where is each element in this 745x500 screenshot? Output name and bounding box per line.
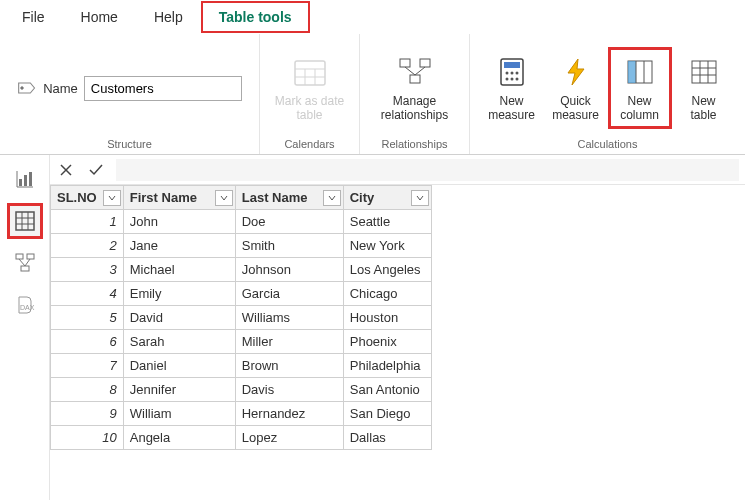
svg-rect-39 — [16, 254, 23, 259]
table-cell[interactable]: Johnson — [235, 258, 343, 282]
mark-as-date-table-button[interactable]: Mark as date table — [268, 50, 352, 127]
column-header[interactable]: City — [343, 186, 431, 210]
quick-measure-button[interactable]: Quick measure — [544, 50, 608, 127]
data-view-button[interactable] — [7, 203, 43, 239]
table-row[interactable]: 6SarahMillerPhoenix — [51, 330, 432, 354]
svg-point-17 — [510, 77, 513, 80]
table-cell[interactable]: 5 — [51, 306, 124, 330]
menu-file[interactable]: File — [4, 1, 63, 33]
new-table-label: New table — [690, 94, 716, 123]
table-cell[interactable]: 3 — [51, 258, 124, 282]
svg-rect-1 — [295, 61, 325, 85]
table-cell[interactable]: David — [123, 306, 235, 330]
table-cell[interactable]: 4 — [51, 282, 124, 306]
table-cell[interactable]: 7 — [51, 354, 124, 378]
table-cell[interactable]: 1 — [51, 210, 124, 234]
menu-home[interactable]: Home — [63, 1, 136, 33]
column-header[interactable]: SL.NO — [51, 186, 124, 210]
chevron-down-icon — [328, 195, 336, 201]
table-cell[interactable]: Michael — [123, 258, 235, 282]
relationships-icon — [398, 54, 432, 90]
svg-rect-33 — [29, 172, 32, 186]
table-row[interactable]: 5DavidWilliamsHouston — [51, 306, 432, 330]
data-grid[interactable]: SL.NOFirst NameLast NameCity 1JohnDoeSea… — [50, 185, 745, 450]
table-column-icon — [626, 54, 654, 90]
table-cell[interactable]: New York — [343, 234, 431, 258]
new-table-button[interactable]: New table — [672, 50, 736, 127]
filter-dropdown-button[interactable] — [323, 190, 341, 206]
table-cell[interactable]: 9 — [51, 402, 124, 426]
report-view-button[interactable] — [7, 161, 43, 197]
group-label-structure: Structure — [6, 136, 253, 152]
table-cell[interactable]: Philadelphia — [343, 354, 431, 378]
table-cell[interactable]: Dallas — [343, 426, 431, 450]
filter-dropdown-button[interactable] — [411, 190, 429, 206]
mark-as-date-label: Mark as date table — [275, 94, 344, 123]
table-row[interactable]: 4EmilyGarciaChicago — [51, 282, 432, 306]
formula-bar — [50, 155, 745, 185]
svg-line-9 — [405, 67, 415, 75]
table-cell[interactable]: Smith — [235, 234, 343, 258]
table-name-input[interactable] — [84, 76, 242, 101]
svg-line-42 — [19, 259, 25, 266]
column-header[interactable]: First Name — [123, 186, 235, 210]
table-cell[interactable]: John — [123, 210, 235, 234]
table-row[interactable]: 10AngelaLopezDallas — [51, 426, 432, 450]
new-measure-button[interactable]: New measure — [480, 50, 544, 127]
table-cell[interactable]: Garcia — [235, 282, 343, 306]
table-cell[interactable]: 8 — [51, 378, 124, 402]
table-cell[interactable]: San Diego — [343, 402, 431, 426]
menu-help[interactable]: Help — [136, 1, 201, 33]
table-cell[interactable]: Emily — [123, 282, 235, 306]
dax-view-button[interactable]: DAX — [7, 287, 43, 323]
table-cell[interactable]: Phoenix — [343, 330, 431, 354]
commit-formula-button[interactable] — [86, 160, 106, 180]
table-cell[interactable]: Williams — [235, 306, 343, 330]
new-column-label: New column — [620, 94, 659, 123]
table-row[interactable]: 8JenniferDavisSan Antonio — [51, 378, 432, 402]
table-cell[interactable]: Lopez — [235, 426, 343, 450]
table-cell[interactable]: Sarah — [123, 330, 235, 354]
table-cell[interactable]: Jane — [123, 234, 235, 258]
table-cell[interactable]: Angela — [123, 426, 235, 450]
table-row[interactable]: 9WilliamHernandezSan Diego — [51, 402, 432, 426]
table-cell[interactable]: Doe — [235, 210, 343, 234]
table-cell[interactable]: San Antonio — [343, 378, 431, 402]
menubar: File Home Help Table tools — [0, 0, 745, 34]
model-view-button[interactable] — [7, 245, 43, 281]
table-cell[interactable]: 2 — [51, 234, 124, 258]
table-cell[interactable]: Los Angeles — [343, 258, 431, 282]
model-icon — [14, 252, 36, 274]
table-cell[interactable]: 10 — [51, 426, 124, 450]
table-cell[interactable]: William — [123, 402, 235, 426]
table-row[interactable]: 2JaneSmithNew York — [51, 234, 432, 258]
manage-relationships-button[interactable]: Manage relationships — [373, 50, 457, 127]
table-cell[interactable]: Houston — [343, 306, 431, 330]
table-row[interactable]: 7DanielBrownPhiladelphia — [51, 354, 432, 378]
new-column-button[interactable]: New column — [608, 47, 672, 130]
table-cell[interactable]: Hernandez — [235, 402, 343, 426]
new-measure-label: New measure — [488, 94, 535, 123]
table-cell[interactable]: Miller — [235, 330, 343, 354]
column-header[interactable]: Last Name — [235, 186, 343, 210]
filter-dropdown-button[interactable] — [215, 190, 233, 206]
table-cell[interactable]: Brown — [235, 354, 343, 378]
view-rail: DAX — [0, 155, 50, 500]
table-cell[interactable]: Daniel — [123, 354, 235, 378]
svg-rect-24 — [692, 61, 716, 83]
table-cell[interactable]: Davis — [235, 378, 343, 402]
svg-rect-6 — [400, 59, 410, 67]
formula-input[interactable] — [116, 159, 739, 181]
ribbon-group-relationships: Manage relationships Relationships — [360, 34, 470, 154]
table-row[interactable]: 1JohnDoeSeattle — [51, 210, 432, 234]
table-cell[interactable]: Chicago — [343, 282, 431, 306]
table-cell[interactable]: 6 — [51, 330, 124, 354]
menu-table-tools[interactable]: Table tools — [201, 1, 310, 33]
table-cell[interactable]: Seattle — [343, 210, 431, 234]
tag-icon — [17, 81, 37, 95]
filter-dropdown-button[interactable] — [103, 190, 121, 206]
cancel-formula-button[interactable] — [56, 160, 76, 180]
svg-point-16 — [505, 77, 508, 80]
table-cell[interactable]: Jennifer — [123, 378, 235, 402]
table-row[interactable]: 3MichaelJohnsonLos Angeles — [51, 258, 432, 282]
